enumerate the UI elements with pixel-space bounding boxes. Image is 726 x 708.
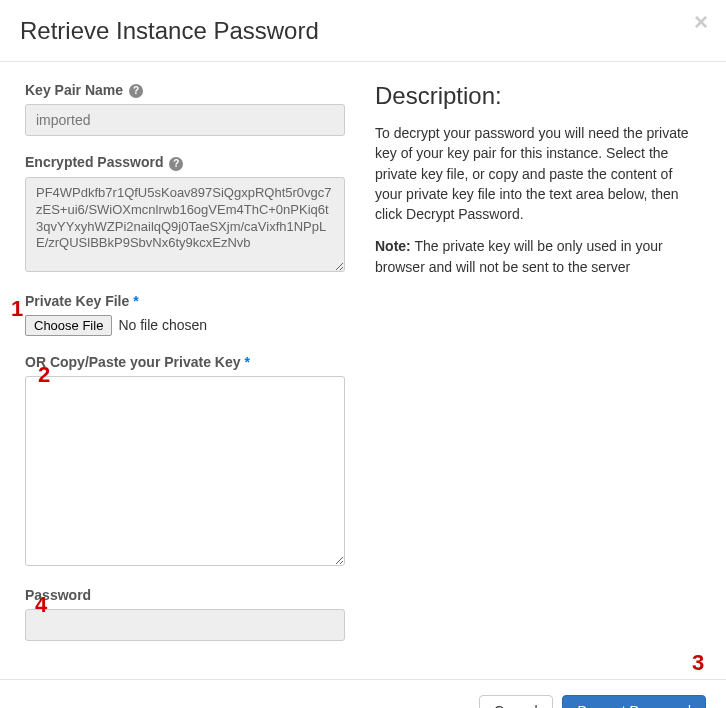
- description-column: Description: To decrypt your password yo…: [375, 82, 701, 659]
- password-group: Password: [25, 587, 345, 641]
- key-pair-name-group: Key Pair Name ?: [25, 82, 345, 136]
- no-file-chosen-text: No file chosen: [118, 317, 207, 333]
- private-key-file-label: Private Key File *: [25, 293, 345, 309]
- note-text: The private key will be only used in you…: [375, 238, 663, 274]
- key-pair-name-label-text: Key Pair Name: [25, 82, 123, 98]
- key-pair-name-label: Key Pair Name ?: [25, 82, 345, 98]
- password-output: [25, 609, 345, 641]
- key-pair-name-input: [25, 104, 345, 136]
- password-label: Password: [25, 587, 345, 603]
- decrypt-password-button[interactable]: Decrypt Password: [562, 695, 706, 708]
- required-star-icon: *: [133, 293, 138, 309]
- cancel-button[interactable]: Cancel: [479, 695, 553, 708]
- paste-private-key-group: OR Copy/Paste your Private Key *: [25, 354, 345, 569]
- encrypted-password-textarea[interactable]: PF4WPdkfb7r1QfU5sKoav897SiQgxpRQht5r0vgc…: [25, 177, 345, 272]
- encrypted-password-label-text: Encrypted Password: [25, 154, 164, 170]
- description-note: Note: The private key will be only used …: [375, 236, 701, 277]
- encrypted-password-group: Encrypted Password ? PF4WPdkfb7r1QfU5sKo…: [25, 154, 345, 274]
- paste-private-key-label-text: OR Copy/Paste your Private Key: [25, 354, 241, 370]
- note-label: Note:: [375, 238, 411, 254]
- private-key-textarea[interactable]: [25, 376, 345, 566]
- description-paragraph: To decrypt your password you will need t…: [375, 123, 701, 224]
- paste-private-key-label: OR Copy/Paste your Private Key *: [25, 354, 345, 370]
- description-heading: Description:: [375, 82, 701, 111]
- file-picker: Choose File No file chosen: [25, 315, 345, 336]
- modal-footer: Cancel Decrypt Password: [0, 679, 726, 708]
- help-icon[interactable]: ?: [129, 84, 143, 98]
- choose-file-button[interactable]: Choose File: [25, 315, 112, 336]
- modal-header: Retrieve Instance Password ×: [0, 0, 726, 62]
- required-star-icon: *: [244, 354, 249, 370]
- retrieve-password-modal: Retrieve Instance Password × Key Pair Na…: [0, 0, 726, 708]
- modal-title: Retrieve Instance Password: [20, 15, 706, 46]
- modal-body: Key Pair Name ? Encrypted Password ? PF4…: [0, 62, 726, 679]
- private-key-file-group: Private Key File * Choose File No file c…: [25, 293, 345, 336]
- close-icon[interactable]: ×: [694, 10, 708, 34]
- private-key-file-label-text: Private Key File: [25, 293, 129, 309]
- help-icon[interactable]: ?: [169, 157, 183, 171]
- form-column: Key Pair Name ? Encrypted Password ? PF4…: [25, 82, 345, 659]
- encrypted-password-label: Encrypted Password ?: [25, 154, 345, 170]
